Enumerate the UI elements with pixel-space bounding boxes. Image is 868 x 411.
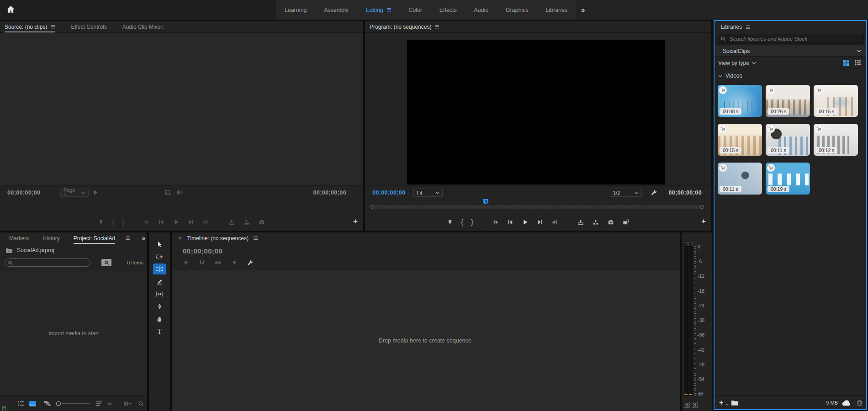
video-tile[interactable]: 00:26 s — [766, 85, 810, 117]
project-empty-area[interactable]: Import media to start — [0, 271, 147, 395]
page-play-icon[interactable] — [93, 190, 97, 195]
tab-overflow-chevron[interactable]: » — [142, 235, 145, 242]
video-tile[interactable]: 00:15 s — [814, 85, 858, 117]
track-select-forward-tool[interactable] — [153, 251, 166, 262]
snap-magnet-icon[interactable] — [199, 259, 205, 266]
goto-in-icon[interactable] — [143, 219, 150, 226]
icon-view-icon[interactable] — [29, 401, 36, 406]
home-icon[interactable] — [6, 5, 15, 14]
workspace-tab-effects[interactable]: Effects — [439, 7, 457, 13]
freeform-view-icon[interactable] — [44, 400, 52, 407]
add-library-item-button[interactable]: + — [719, 399, 723, 407]
workspace-tab-learning[interactable]: Learning — [285, 7, 307, 13]
source-button-editor[interactable]: + — [353, 217, 358, 226]
cart-icon[interactable] — [815, 86, 823, 94]
chevron-down-icon[interactable] — [752, 62, 756, 64]
razor-tool[interactable] — [153, 276, 166, 287]
workspace-tab-editing[interactable]: Editing — [366, 7, 392, 13]
workspace-tab-assembly[interactable]: Assembly — [324, 7, 349, 13]
cart-icon[interactable] — [719, 164, 727, 172]
mark-in-icon[interactable]: { — [112, 219, 114, 225]
trash-icon[interactable] — [857, 400, 863, 406]
type-tool[interactable]: T — [153, 326, 166, 337]
source-scrub-area[interactable] — [0, 200, 363, 213]
cart-icon[interactable] — [815, 125, 823, 133]
library-select[interactable]: SocialClips — [715, 46, 866, 57]
step-back-icon[interactable] — [507, 219, 514, 226]
source-page-select[interactable]: Page 1 — [60, 189, 89, 197]
list-view-icon[interactable] — [17, 400, 25, 406]
find-icon[interactable] — [138, 400, 144, 406]
new-folder-icon[interactable] — [731, 400, 739, 406]
tab-effect-controls[interactable]: Effect Controls — [71, 21, 106, 32]
video-tile[interactable]: 00:11 s — [718, 163, 762, 195]
insert-icon[interactable] — [228, 219, 235, 226]
panel-menu-icon[interactable] — [50, 25, 55, 29]
step-forward-icon[interactable] — [187, 219, 194, 226]
mark-in-icon[interactable]: { — [461, 219, 463, 225]
goto-out-icon[interactable] — [551, 219, 558, 226]
videos-section-header[interactable]: Videos — [715, 71, 742, 80]
goto-out-icon[interactable] — [202, 219, 209, 226]
ripple-edit-tool[interactable] — [153, 263, 166, 274]
drag-video-icon[interactable] — [164, 189, 171, 196]
cloud-sync-icon[interactable] — [842, 399, 852, 406]
video-tile[interactable]: 00:08 s — [718, 85, 762, 117]
workspace-tab-color[interactable]: Color — [408, 7, 422, 13]
workspace-menu-icon[interactable] — [386, 8, 392, 12]
panel-menu-icon[interactable] — [434, 25, 439, 29]
libraries-search-input[interactable] — [729, 36, 860, 42]
search-bin-button[interactable] — [101, 259, 111, 266]
drag-audio-icon[interactable] — [176, 189, 183, 196]
workspace-overflow-chevron[interactable]: » — [581, 0, 585, 20]
hand-tool[interactable] — [153, 313, 166, 324]
workspace-tab-graphics[interactable]: Graphics — [506, 7, 529, 13]
mark-out-icon[interactable]: } — [471, 219, 473, 225]
export-frame-icon[interactable] — [607, 219, 614, 226]
tab-timeline[interactable]: Timeline: (no sequences) — [187, 232, 249, 244]
video-tile[interactable]: 00:15 s — [718, 124, 762, 156]
add-marker-icon[interactable] — [98, 219, 104, 225]
play-icon[interactable] — [173, 219, 180, 226]
cart-icon[interactable] — [719, 125, 727, 133]
tab-project[interactable]: Project: SocialAd — [74, 232, 115, 244]
libraries-search-field[interactable] — [717, 34, 864, 44]
workspace-tab-libraries[interactable]: Libraries — [545, 7, 567, 13]
panel-menu-icon[interactable] — [253, 236, 258, 240]
timeline-drop-zone[interactable]: Drop media here to create sequence. — [172, 270, 680, 411]
solo-right-button[interactable]: S — [692, 402, 698, 408]
solo-left-button[interactable]: S — [684, 402, 690, 408]
tab-libraries[interactable]: Libraries — [721, 21, 742, 33]
tab-audio-clip-mixer[interactable]: Audio Clip Mixer: — [122, 21, 164, 32]
scrub-handle-left[interactable] — [370, 205, 374, 209]
program-resolution-select[interactable]: 1/2 — [610, 189, 642, 197]
automate-to-sequence-icon[interactable] — [123, 400, 131, 406]
add-marker-icon[interactable] — [232, 260, 237, 265]
export-frame-icon[interactable] — [258, 219, 265, 226]
cart-icon[interactable] — [767, 86, 775, 94]
mark-out-icon[interactable]: } — [122, 219, 124, 225]
cart-icon[interactable] — [719, 86, 727, 94]
zoom-slider-track[interactable] — [62, 403, 90, 404]
sort-icon[interactable] — [96, 401, 103, 406]
video-tile[interactable]: 00:19 s — [766, 163, 810, 195]
grid-view-icon[interactable] — [842, 59, 849, 66]
zoom-slider-knob[interactable] — [56, 401, 61, 406]
view-by-type-label[interactable]: View by type — [718, 60, 749, 66]
project-breadcrumb[interactable]: SocialAd.prproj — [0, 244, 54, 256]
tab-history[interactable]: History — [42, 232, 59, 244]
program-button-editor[interactable]: + — [701, 217, 706, 226]
project-search-input[interactable] — [13, 259, 81, 266]
cart-icon[interactable] — [767, 125, 775, 133]
workspace-tab-audio[interactable]: Audio — [474, 7, 488, 13]
comparison-view-icon[interactable] — [622, 219, 630, 226]
project-search-field[interactable] — [5, 258, 90, 267]
goto-in-icon[interactable] — [492, 219, 499, 226]
scrub-handle-right[interactable] — [700, 205, 704, 209]
step-back-icon[interactable] — [158, 219, 165, 226]
video-tile[interactable]: 00:12 s — [814, 124, 858, 156]
nest-sequences-icon[interactable] — [183, 259, 189, 266]
tab-source[interactable]: Source: (no clips) — [5, 21, 55, 32]
play-icon[interactable] — [522, 219, 529, 226]
meter-bars[interactable] — [684, 246, 693, 396]
